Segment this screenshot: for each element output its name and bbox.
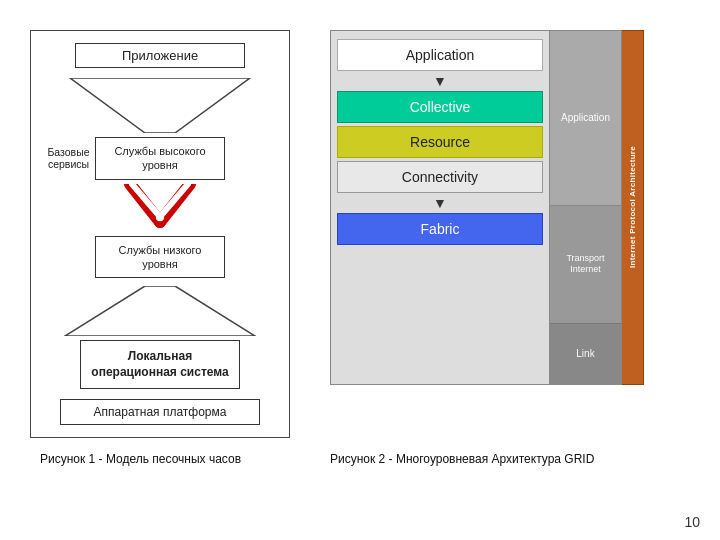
layer-collective: Collective — [337, 91, 543, 123]
right-label-link: Link — [550, 324, 621, 385]
v-arrows — [70, 184, 250, 232]
right-diagram: Application ▼ Collective Resource Connec… — [330, 30, 690, 438]
layer-application: Application — [337, 39, 543, 71]
ipa-vertical-label: Internet Protocol Architecture — [622, 30, 644, 385]
page-number: 10 — [684, 514, 700, 530]
caption-right: Рисунок 2 - Многоуровневая Архитектура G… — [330, 452, 680, 466]
basic-services-label: Базовые сервисы — [41, 146, 96, 171]
right-labels: Application TransportInternet Link — [550, 30, 622, 385]
layer-fabric: Fabric — [337, 213, 543, 245]
left-diagram: Приложение Базовые сервисы Службы высоко… — [30, 30, 310, 438]
hourglass-model: Приложение Базовые сервисы Службы высоко… — [30, 30, 290, 438]
high-services-box: Службы высокого уровня — [95, 137, 225, 180]
layer-resource: Resource — [337, 126, 543, 158]
middle-row: Базовые сервисы Службы высокого уровня — [39, 137, 281, 180]
slide: Приложение Базовые сервисы Службы высоко… — [0, 0, 720, 540]
hardware-box: Аппаратная платформа — [60, 399, 260, 425]
captions-row: Рисунок 1 - Модель песочных часов Рисуно… — [30, 452, 690, 466]
arrow-down-1: ▼ — [337, 74, 543, 88]
arrow-down-2: ▼ — [337, 196, 543, 210]
bottom-trapezoid — [45, 286, 275, 336]
svg-marker-5 — [65, 286, 255, 336]
caption-left: Рисунок 1 - Модель песочных часов — [40, 452, 330, 466]
svg-marker-0 — [70, 78, 250, 133]
right-label-application: Application — [550, 31, 621, 206]
local-os-box: Локальная операционная система — [80, 340, 240, 389]
top-trapezoid — [45, 78, 275, 133]
low-services-box: Службы низкого уровня — [95, 236, 225, 279]
grid-layers: Application ▼ Collective Resource Connec… — [330, 30, 550, 385]
layer-connectivity: Connectivity — [337, 161, 543, 193]
application-box: Приложение — [75, 43, 245, 68]
ipa-text: Internet Protocol Architecture — [628, 146, 637, 268]
right-label-transport: TransportInternet — [550, 206, 621, 324]
